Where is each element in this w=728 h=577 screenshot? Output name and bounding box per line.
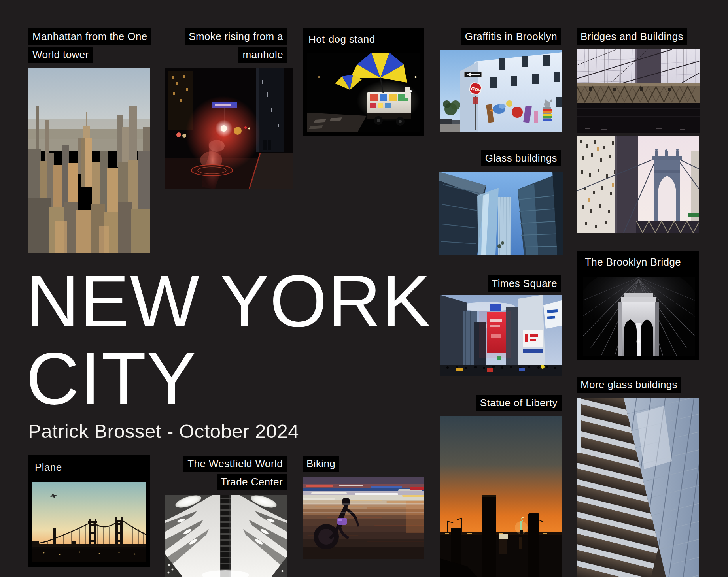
caption-line: Graffitis in Brooklyn: [461, 28, 561, 45]
photo-smoke-manhole: [165, 68, 293, 189]
caption-line: Smoke rising from a: [185, 28, 287, 45]
photo-times-square: [440, 295, 562, 376]
photo-plane: [32, 482, 146, 562]
page-title: NEW YORKCITY: [26, 262, 431, 417]
caption-graffiti: Graffitis in Brooklyn: [461, 28, 561, 45]
caption-more-glass: More glass buildings: [577, 377, 681, 393]
photo-manhattan: [28, 68, 150, 253]
caption-biking: Biking: [303, 456, 339, 472]
title-line2: CITY: [26, 338, 197, 419]
photo-bridge-tower: [577, 136, 699, 233]
caption-line: The Westfield World: [183, 456, 287, 472]
caption-line: Bridges and Buildings: [577, 28, 687, 45]
caption-line: Manhattan from the One: [28, 28, 151, 45]
caption-plane: Plane: [35, 461, 62, 473]
caption-line: World tower: [28, 47, 93, 63]
caption-westfield: The Westfield World Trade Center: [183, 456, 287, 490]
photo-brooklyn-bridge: [583, 277, 695, 356]
caption-line: More glass buildings: [577, 377, 681, 393]
caption-line: Times Square: [488, 275, 561, 292]
caption-line: Biking: [303, 456, 339, 472]
caption-statue: Statue of Liberty: [476, 395, 562, 411]
caption-bridges: Bridges and Buildings: [577, 28, 687, 45]
photo-graffiti: STOP: [440, 50, 562, 132]
caption-glass: Glass buildings: [481, 150, 561, 166]
photo-gallery-page: NEW YORKCITY Patrick Brosset - October 2…: [0, 0, 728, 577]
photo-bridge-deck: [577, 49, 700, 133]
photo-biking: [303, 477, 424, 559]
caption-brooklyn-bridge: The Brooklyn Bridge: [585, 256, 681, 268]
photo-statue-of-liberty: [440, 416, 562, 577]
caption-smoke: Smoke rising from a manhole: [185, 28, 287, 63]
photo-glass-buildings: [439, 172, 563, 255]
caption-hotdog: Hot-dog stand: [308, 33, 375, 45]
photo-hotdog-stand: [307, 53, 420, 132]
card-hotdog: Hot-dog stand: [303, 28, 424, 136]
card-plane: Plane: [28, 455, 150, 567]
card-brooklyn-bridge: The Brooklyn Bridge: [577, 251, 699, 360]
caption-line: manhole: [238, 47, 287, 63]
caption-line: Trade Center: [217, 474, 287, 490]
photo-westfield-oculus: [165, 495, 287, 577]
caption-line: Glass buildings: [481, 150, 561, 166]
photo-more-glass-buildings: [577, 398, 699, 577]
page-subtitle: Patrick Brosset - October 2024: [28, 420, 299, 442]
title-line1: NEW YORK: [26, 260, 431, 342]
caption-times-square: Times Square: [488, 275, 561, 292]
caption-line: Statue of Liberty: [476, 395, 562, 411]
caption-manhattan: Manhattan from the One World tower: [28, 28, 151, 63]
